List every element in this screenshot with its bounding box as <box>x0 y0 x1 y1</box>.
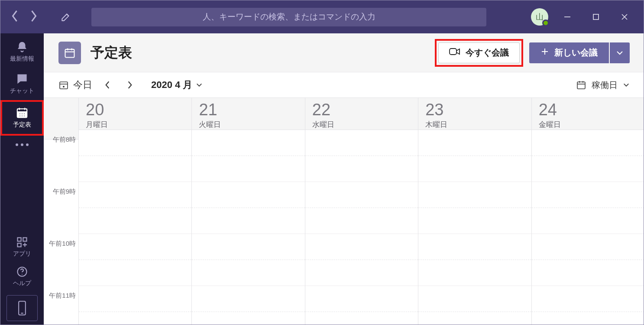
chevron-down-icon <box>196 82 203 88</box>
profile-avatar[interactable]: 山 <box>531 8 548 26</box>
calendar-view-icon <box>576 80 586 90</box>
rail-mobile[interactable] <box>6 295 38 321</box>
rail-calendar[interactable]: 予定表 <box>0 100 44 136</box>
avatar-initial: 山 <box>536 12 544 22</box>
time-slot[interactable] <box>305 182 418 208</box>
day-name: 木曜日 <box>425 120 531 130</box>
view-picker[interactable]: 稼働日 <box>576 79 630 91</box>
time-slot[interactable] <box>532 286 644 312</box>
time-slot[interactable] <box>79 208 191 234</box>
time-slot[interactable] <box>79 182 191 208</box>
time-slot[interactable] <box>532 312 644 325</box>
time-slot[interactable] <box>192 234 304 260</box>
month-picker[interactable]: 2020 4 月 <box>151 78 203 91</box>
time-slot[interactable] <box>418 260 531 286</box>
time-slot[interactable] <box>192 260 304 286</box>
window-maximize-button[interactable] <box>590 11 602 23</box>
calendar-today-icon <box>58 80 69 90</box>
time-slot[interactable] <box>192 312 304 325</box>
time-label: 午前10時 <box>44 240 78 292</box>
time-slot[interactable] <box>532 130 644 156</box>
time-slot[interactable] <box>79 156 191 182</box>
svg-point-19 <box>22 274 23 275</box>
time-slot[interactable] <box>418 286 531 312</box>
forward-button[interactable] <box>30 10 38 24</box>
day-column[interactable]: 21火曜日 <box>191 98 304 325</box>
time-slot[interactable] <box>532 260 644 286</box>
calendar-page-icon <box>58 42 81 64</box>
window-close-button[interactable] <box>618 11 631 23</box>
time-slot[interactable] <box>305 286 418 312</box>
time-slot[interactable] <box>192 286 304 312</box>
svg-point-14 <box>24 115 25 117</box>
meet-now-label: 今すぐ会議 <box>466 47 509 58</box>
day-column[interactable]: 22水曜日 <box>305 98 418 325</box>
time-slot[interactable] <box>79 312 191 325</box>
time-slot[interactable] <box>418 156 531 182</box>
time-slot[interactable] <box>418 182 531 208</box>
meet-now-button[interactable]: 今すぐ会議 <box>438 42 520 63</box>
new-meeting-dropdown[interactable] <box>610 42 630 63</box>
time-slot[interactable] <box>192 130 304 156</box>
rail-more[interactable] <box>0 136 44 154</box>
prev-week-button[interactable] <box>100 78 115 92</box>
time-label: 午前8時 <box>44 136 78 188</box>
next-week-button[interactable] <box>123 78 137 92</box>
compose-button[interactable] <box>57 8 75 26</box>
time-slot[interactable] <box>418 234 531 260</box>
day-number: 20 <box>86 101 191 119</box>
window-minimize-button[interactable] <box>561 11 573 23</box>
svg-rect-26 <box>450 49 456 55</box>
new-meeting-button[interactable]: 新しい会議 <box>529 42 609 63</box>
day-column[interactable]: 20月曜日 <box>78 98 191 325</box>
content-area: 予定表 今すぐ会議 新しい会議 <box>44 33 644 325</box>
day-column[interactable]: 24金曜日 <box>531 98 644 325</box>
rail-chat[interactable]: チャット <box>0 68 44 100</box>
new-meeting-label: 新しい会議 <box>554 47 598 58</box>
time-slot[interactable] <box>305 130 418 156</box>
day-number: 24 <box>539 101 644 119</box>
time-slot[interactable] <box>532 182 644 208</box>
time-slot[interactable] <box>418 130 531 156</box>
time-slot[interactable] <box>532 156 644 182</box>
rail-activity[interactable]: 最新情報 <box>0 36 44 68</box>
time-slot[interactable] <box>532 208 644 234</box>
svg-point-11 <box>24 113 25 114</box>
time-slot[interactable] <box>79 260 191 286</box>
day-column[interactable]: 23木曜日 <box>418 98 531 325</box>
time-slot[interactable] <box>192 182 304 208</box>
presence-available-icon <box>542 20 549 26</box>
day-header: 21火曜日 <box>192 98 304 130</box>
rail-help[interactable]: ヘルプ <box>0 262 44 292</box>
day-name: 金曜日 <box>539 120 644 130</box>
time-slot[interactable] <box>79 130 191 156</box>
svg-rect-16 <box>23 238 26 241</box>
svg-point-12 <box>19 115 21 117</box>
title-bar: 人、キーワードの検索、またはコマンドの入力 山 <box>0 0 644 33</box>
rail-apps[interactable]: アプリ <box>0 233 44 262</box>
search-input[interactable]: 人、キーワードの検索、またはコマンドの入力 <box>91 8 486 26</box>
today-button[interactable]: 今日 <box>58 78 92 91</box>
time-slot[interactable] <box>192 208 304 234</box>
time-slot[interactable] <box>305 312 418 325</box>
time-slot[interactable] <box>418 208 531 234</box>
rail-chat-label: チャット <box>10 87 34 95</box>
time-slot[interactable] <box>305 156 418 182</box>
time-slot[interactable] <box>305 208 418 234</box>
app-rail: 最新情報 チャット 予定表 アプリ ヘルプ <box>0 33 44 325</box>
time-slot[interactable] <box>192 156 304 182</box>
back-button[interactable] <box>11 10 19 24</box>
plus-icon <box>540 47 549 58</box>
day-name: 水曜日 <box>312 120 418 130</box>
svg-point-9 <box>19 113 21 114</box>
svg-point-13 <box>22 115 23 117</box>
time-slot[interactable] <box>79 234 191 260</box>
day-header: 24金曜日 <box>532 98 644 130</box>
time-slot[interactable] <box>305 234 418 260</box>
time-slot[interactable] <box>79 286 191 312</box>
time-slot[interactable] <box>418 312 531 325</box>
more-icon <box>16 143 29 146</box>
day-header: 23木曜日 <box>418 98 531 130</box>
time-slot[interactable] <box>305 260 418 286</box>
time-slot[interactable] <box>532 234 644 260</box>
